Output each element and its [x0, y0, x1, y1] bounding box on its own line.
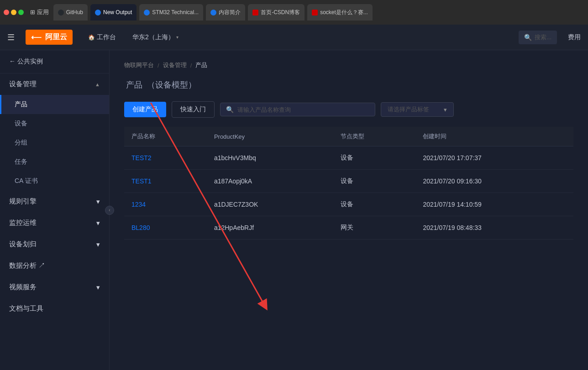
apps-icon[interactable]: ⊞ 应用	[30, 8, 49, 16]
region-arrow-icon: ▾	[176, 35, 178, 40]
sidebar-item-rules[interactable]: 规则引擎 ▾	[0, 191, 109, 212]
logo-text: 阿里云	[45, 32, 67, 42]
sidebar-item-groups[interactable]: 分组	[0, 133, 109, 152]
sidebar-collapse-button[interactable]: ‹	[105, 206, 114, 215]
quickstart-button[interactable]: 快速入门	[172, 101, 215, 118]
sidebar-item-products[interactable]: 产品	[0, 95, 109, 114]
sidebar-item-data-analysis[interactable]: 数据分析 ↗	[0, 255, 109, 276]
workbench-nav[interactable]: 🏠 工作台	[84, 31, 121, 44]
product-search-box[interactable]: 🔍	[220, 103, 375, 116]
cell-node-type: 网关	[333, 216, 416, 240]
sidebar-item-label: 设备	[15, 120, 27, 128]
tab-csdn[interactable]: 首页-CSDN博客	[248, 4, 304, 21]
cell-product-name[interactable]: TEST1	[124, 170, 207, 193]
create-product-button[interactable]: 创建产品	[124, 102, 166, 117]
tab-new-output[interactable]: New Output	[90, 4, 136, 21]
app-body: ← 公共实例 设备管理 ▲ 产品 设备 分组 任务	[0, 50, 588, 370]
col-product-key: ProductKey	[207, 127, 333, 146]
tab-socket[interactable]: socket是什么？赛...	[307, 4, 373, 21]
top-navigation: ☰ ⟵ 阿里云 🏠 工作台 华东2（上海） ▾ 🔍 搜索... 费用	[0, 25, 588, 50]
toolbar: 创建产品 快速入门 🔍 请选择产品标签 ▾	[124, 101, 573, 118]
monitor-arrow-icon: ▾	[96, 219, 100, 227]
hamburger-icon[interactable]: ☰	[7, 32, 15, 42]
minimize-dot[interactable]	[11, 10, 16, 15]
breadcrumb: 物联网平台 / 设备管理 / 产品	[124, 61, 573, 69]
workbench-label: 工作台	[97, 33, 116, 42]
table-row: 1234 a1DJEC7Z3OK 设备 2021/07/19 14:10:59	[124, 193, 573, 216]
table-row: BL280 a12HpAebRJf 网关 2021/07/19 08:48:33	[124, 216, 573, 240]
cell-created-time: 2021/07/19 14:10:59	[415, 193, 573, 216]
sidebar-item-label: 文档与工具	[9, 304, 43, 313]
breadcrumb-device-mgmt[interactable]: 设备管理	[163, 61, 187, 69]
cell-product-name[interactable]: 1234	[124, 193, 207, 216]
cell-created-time: 2021/07/20 17:07:37	[415, 146, 573, 170]
sidebar-item-devices[interactable]: 设备	[0, 114, 109, 133]
products-table: 产品名称 ProductKey 节点类型 创建时间 TEST2 a1bcHvV3…	[124, 127, 573, 240]
breadcrumb-current: 产品	[195, 61, 207, 69]
table-row: TEST2 a1bcHvV3Mbq 设备 2021/07/20 17:07:37	[124, 146, 573, 170]
breadcrumb-iot[interactable]: 物联网平台	[124, 61, 154, 69]
fee-link[interactable]: 费用	[568, 33, 581, 42]
col-created-time: 创建时间	[415, 127, 573, 146]
sidebar-item-label: 规则引擎	[9, 197, 37, 206]
sidebar-section-device-management: 设备管理 ▲ 产品 设备 分组 任务 CA 证书	[0, 73, 109, 191]
logo-icon: ⟵	[31, 33, 42, 42]
group-arrow-icon: ▲	[95, 82, 100, 87]
global-search[interactable]: 🔍 搜索...	[519, 31, 557, 44]
sidebar-item-monitor[interactable]: 监控运维 ▾	[0, 212, 109, 234]
page-title: 产品 （设备模型）	[124, 78, 573, 90]
cell-node-type: 设备	[333, 146, 416, 170]
tag-placeholder-text: 请选择产品标签	[388, 105, 429, 114]
sidebar-item-tasks[interactable]: 任务	[0, 152, 109, 172]
sidebar-group-device-management[interactable]: 设备管理 ▲	[0, 73, 109, 95]
cell-created-time: 2021/07/20 09:16:30	[415, 170, 573, 193]
table-row: TEST1 a187Aopj0kA 设备 2021/07/20 09:16:30	[124, 170, 573, 193]
cell-product-name[interactable]: BL280	[124, 216, 207, 240]
partitioning-arrow-icon: ▾	[96, 240, 100, 249]
aliyun-logo[interactable]: ⟵ 阿里云	[26, 30, 73, 45]
sidebar-item-label: 数据分析 ↗	[9, 261, 45, 270]
sidebar-item-label: 设备划归	[9, 240, 37, 249]
rules-arrow-icon: ▾	[96, 198, 100, 206]
search-placeholder: 搜索...	[535, 33, 551, 42]
cell-node-type: 设备	[333, 170, 416, 193]
sidebar-item-label: 监控运维	[9, 219, 37, 227]
breadcrumb-sep-1: /	[158, 62, 159, 69]
maximize-dot[interactable]	[18, 10, 24, 15]
sidebar-wrapper: ← 公共实例 设备管理 ▲ 产品 设备 分组 任务	[0, 50, 588, 370]
breadcrumb-sep-2: /	[190, 62, 192, 69]
tab-neirong[interactable]: 内容简介	[206, 4, 245, 21]
sidebar-item-label: 产品	[15, 100, 27, 109]
sidebar-group-label: 设备管理	[9, 80, 37, 89]
sidebar-item-label: CA 证书	[15, 177, 38, 185]
search-icon: 🔍	[226, 106, 234, 113]
sidebar-item-ca-cert[interactable]: CA 证书	[0, 172, 109, 191]
search-icon: 🔍	[524, 34, 532, 41]
tag-select-arrow-icon: ▾	[444, 106, 447, 113]
product-search-input[interactable]	[237, 106, 369, 113]
close-dot[interactable]	[4, 10, 9, 15]
sidebar-back-link[interactable]: ← 公共实例	[0, 50, 109, 73]
tag-selector[interactable]: 请选择产品标签 ▾	[381, 102, 454, 117]
cell-node-type: 设备	[333, 193, 416, 216]
region-selector[interactable]: 华东2（上海） ▾	[128, 31, 183, 44]
cell-product-name[interactable]: TEST2	[124, 146, 207, 170]
sidebar-item-device-partitioning[interactable]: 设备划归 ▾	[0, 234, 109, 255]
back-label: ← 公共实例	[9, 57, 43, 66]
tab-github[interactable]: GitHub	[53, 4, 88, 21]
sidebar-item-label: 视频服务	[9, 283, 37, 292]
sidebar-item-label: 分组	[15, 139, 27, 147]
cell-product-key: a1bcHvV3Mbq	[207, 146, 333, 170]
region-label: 华东2（上海）	[132, 33, 174, 42]
title-text: 产品	[126, 80, 142, 89]
sidebar: ← 公共实例 设备管理 ▲ 产品 设备 分组 任务	[0, 50, 110, 370]
sidebar-item-docs-tools[interactable]: 文档与工具	[0, 298, 109, 319]
browser-bar: ⊞ 应用 GitHub New Output STM32 Technical..…	[0, 0, 588, 25]
window-controls	[4, 10, 24, 15]
sidebar-item-label: 任务	[15, 158, 27, 166]
sidebar-item-video[interactable]: 视频服务 ▾	[0, 276, 109, 298]
col-node-type: 节点类型	[333, 127, 416, 146]
tab-stm32[interactable]: STM32 Technical...	[139, 4, 203, 21]
col-product-name: 产品名称	[124, 127, 207, 146]
video-arrow-icon: ▾	[96, 283, 100, 292]
